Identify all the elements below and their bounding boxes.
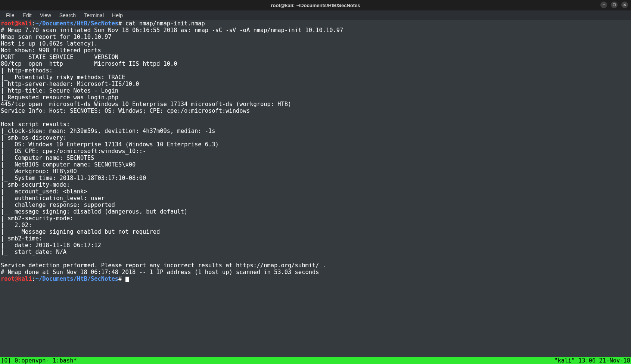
svg-rect-1 — [613, 4, 615, 6]
menubar: File Edit View Search Terminal Help — [0, 10, 631, 20]
output-text: # Nmap 7.70 scan initiated Sun Nov 18 06… — [1, 27, 343, 276]
titlebar: root@kali: ~/Documents/HtB/SecNotes — [0, 0, 631, 10]
cursor — [125, 277, 129, 282]
prompt-path-2: ~/Documents/HtB/SecNotes — [35, 276, 118, 282]
prompt-user-2: root@kali — [1, 276, 32, 282]
menu-help[interactable]: Help — [108, 11, 127, 19]
menu-search[interactable]: Search — [56, 11, 80, 19]
menu-edit[interactable]: Edit — [19, 11, 35, 19]
tmux-statusbar: [0] 0:openvpn- 1:bash* "kali" 13:06 21-N… — [0, 357, 631, 364]
prompt-colon: : — [32, 20, 35, 27]
window-controls — [600, 1, 628, 8]
statusbar-left: [0] 0:openvpn- 1:bash* — [1, 357, 77, 364]
minimize-button[interactable] — [600, 1, 607, 8]
command-text: cat nmap/nmap-init.nmap — [125, 20, 205, 27]
prompt-hash-2: # — [118, 276, 122, 282]
prompt-user: root@kali — [1, 20, 32, 27]
prompt-hash: # — [118, 20, 122, 27]
close-button[interactable] — [621, 1, 628, 8]
menu-file[interactable]: File — [2, 11, 18, 19]
statusbar-right: "kali" 13:06 21-Nov-18 — [554, 357, 630, 364]
window-title: root@kali: ~/Documents/HtB/SecNotes — [271, 3, 360, 8]
terminal-output[interactable]: root@kali:~/Documents/HtB/SecNotes# cat … — [0, 20, 631, 282]
prompt-path: ~/Documents/HtB/SecNotes — [35, 20, 118, 27]
maximize-button[interactable] — [611, 1, 618, 8]
prompt-colon-2: : — [32, 276, 35, 282]
menu-terminal[interactable]: Terminal — [80, 11, 108, 19]
menu-view[interactable]: View — [36, 11, 55, 19]
